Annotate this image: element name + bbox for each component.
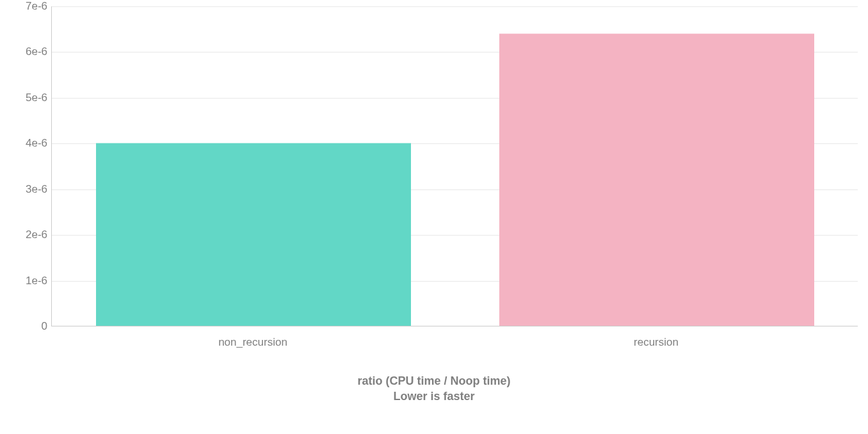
x-axis-title-line1: ratio (CPU time / Noop time)	[0, 373, 868, 389]
bar-chart: ratio (CPU time / Noop time) Lower is fa…	[0, 0, 868, 434]
y-tick-label: 4e-6	[9, 137, 47, 150]
x-axis-title: ratio (CPU time / Noop time) Lower is fa…	[0, 373, 868, 405]
x-axis-title-line2: Lower is faster	[0, 389, 868, 404]
y-tick-label: 1e-6	[9, 275, 47, 287]
y-tick-label: 7e-6	[9, 0, 47, 13]
y-tick-label: 5e-6	[9, 92, 47, 104]
y-tick-label: 0	[9, 320, 47, 333]
bar-non_recursion	[96, 143, 410, 326]
y-tick-label: 3e-6	[9, 183, 47, 196]
x-tick-label: recursion	[634, 336, 679, 349]
gridline	[52, 6, 858, 7]
y-tick-label: 6e-6	[9, 45, 47, 58]
bar-recursion	[499, 33, 814, 326]
y-tick-label: 2e-6	[9, 229, 47, 241]
plot-area	[51, 6, 858, 326]
x-tick-label: non_recursion	[218, 336, 287, 349]
